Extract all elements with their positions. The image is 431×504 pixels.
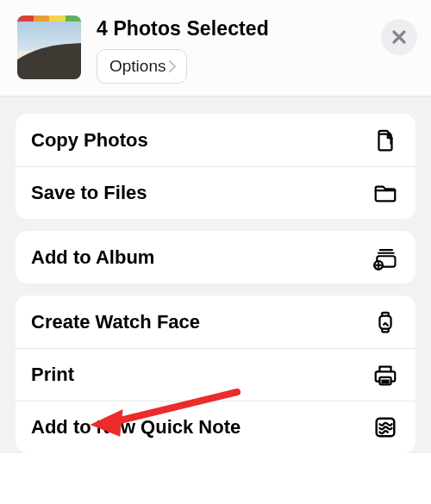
action-label: Add to Album [31,246,371,269]
header-mid: 4 Photos Selected Options [97,16,381,84]
action-add-to-album[interactable]: Add to Album [16,231,415,283]
actions-list: Copy Photos Save to Files Add to Album [0,96,431,453]
action-label: Add to New Quick Note [31,416,371,439]
action-create-watch-face[interactable]: Create Watch Face [16,296,415,348]
quick-note-icon [371,413,400,442]
chevron-right-icon [167,59,178,73]
action-label: Print [31,364,371,386]
action-group: Create Watch Face Print [16,296,415,453]
action-print[interactable]: Print [16,348,415,401]
watch-icon [371,308,400,337]
selection-thumbnail [17,16,81,79]
action-label: Save to Files [31,182,371,204]
action-save-to-files[interactable]: Save to Files [16,166,415,219]
options-button[interactable]: Options [97,49,187,84]
share-sheet-header: 4 Photos Selected Options [0,0,431,96]
doc-on-doc-icon [371,126,400,155]
action-group: Add to Album [16,231,415,283]
action-label: Create Watch Face [31,311,371,333]
close-button[interactable] [381,19,417,55]
action-group: Copy Photos Save to Files [16,114,415,219]
album-add-icon [371,243,400,272]
action-label: Copy Photos [31,129,371,152]
action-add-to-quick-note[interactable]: Add to New Quick Note [16,401,415,453]
printer-icon [371,360,400,389]
selection-count-title: 4 Photos Selected [97,16,381,40]
folder-icon [371,178,400,208]
options-button-label: Options [109,57,166,76]
action-copy-photos[interactable]: Copy Photos [16,114,415,166]
